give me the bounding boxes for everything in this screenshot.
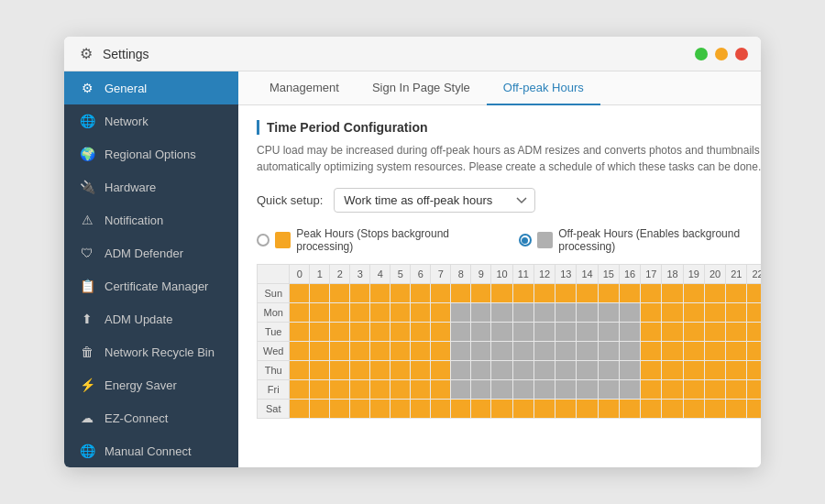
- cell-wed-5[interactable]: [390, 342, 411, 361]
- cell-wed-12[interactable]: [534, 342, 555, 361]
- cell-wed-22[interactable]: [747, 342, 761, 361]
- cell-tue-13[interactable]: [556, 323, 577, 342]
- cell-sun-0[interactable]: [290, 284, 310, 303]
- sidebar-item-general[interactable]: ⚙General: [64, 71, 238, 104]
- cell-thu-15[interactable]: [598, 361, 619, 380]
- cell-tue-2[interactable]: [330, 323, 350, 342]
- cell-sat-0[interactable]: [290, 400, 310, 419]
- cell-tue-12[interactable]: [534, 323, 555, 342]
- cell-tue-6[interactable]: [411, 323, 431, 342]
- cell-thu-10[interactable]: [491, 361, 512, 380]
- cell-mon-4[interactable]: [370, 303, 390, 323]
- cell-wed-20[interactable]: [704, 342, 725, 361]
- cell-fri-6[interactable]: [411, 380, 431, 400]
- cell-wed-10[interactable]: [491, 342, 512, 361]
- cell-sat-10[interactable]: [491, 400, 512, 419]
- cell-mon-19[interactable]: [683, 303, 704, 323]
- cell-thu-13[interactable]: [556, 361, 577, 380]
- cell-tue-4[interactable]: [370, 323, 390, 342]
- cell-tue-10[interactable]: [491, 323, 512, 342]
- peak-radio[interactable]: [257, 234, 270, 247]
- sidebar-item-cert-manager[interactable]: 📋Certificate Manager: [64, 269, 238, 302]
- maximize-button[interactable]: [695, 48, 708, 60]
- cell-fri-1[interactable]: [310, 380, 330, 400]
- cell-mon-16[interactable]: [619, 303, 640, 323]
- cell-tue-18[interactable]: [662, 323, 683, 342]
- cell-fri-22[interactable]: [747, 380, 761, 400]
- cell-sun-20[interactable]: [704, 284, 725, 303]
- cell-thu-19[interactable]: [683, 361, 704, 380]
- cell-thu-11[interactable]: [512, 361, 534, 380]
- cell-thu-3[interactable]: [350, 361, 370, 380]
- cell-thu-18[interactable]: [662, 361, 683, 380]
- cell-sat-8[interactable]: [451, 400, 471, 419]
- cell-wed-16[interactable]: [619, 342, 640, 361]
- cell-wed-13[interactable]: [556, 342, 577, 361]
- cell-wed-6[interactable]: [411, 342, 431, 361]
- cell-thu-17[interactable]: [641, 361, 662, 380]
- cell-mon-10[interactable]: [491, 303, 512, 323]
- cell-sat-22[interactable]: [747, 400, 761, 419]
- sidebar-item-adm-defender[interactable]: 🛡ADM Defender: [64, 236, 238, 269]
- cell-sat-12[interactable]: [534, 400, 555, 419]
- tab-off-peak-hours[interactable]: Off-peak Hours: [487, 71, 600, 105]
- cell-thu-7[interactable]: [431, 361, 451, 380]
- cell-sun-19[interactable]: [683, 284, 704, 303]
- cell-fri-20[interactable]: [704, 380, 725, 400]
- sidebar-item-adm-update[interactable]: ⬆ADM Update: [64, 302, 238, 335]
- cell-mon-14[interactable]: [577, 303, 598, 323]
- cell-wed-2[interactable]: [330, 342, 350, 361]
- cell-sun-3[interactable]: [350, 284, 370, 303]
- close-button[interactable]: [735, 48, 748, 60]
- cell-tue-11[interactable]: [512, 323, 534, 342]
- cell-sat-19[interactable]: [683, 400, 704, 419]
- cell-mon-11[interactable]: [512, 303, 534, 323]
- cell-sun-18[interactable]: [662, 284, 683, 303]
- cell-thu-22[interactable]: [747, 361, 761, 380]
- cell-tue-5[interactable]: [390, 323, 411, 342]
- cell-tue-3[interactable]: [350, 323, 370, 342]
- cell-tue-7[interactable]: [431, 323, 451, 342]
- cell-thu-6[interactable]: [411, 361, 431, 380]
- cell-mon-3[interactable]: [350, 303, 370, 323]
- cell-mon-8[interactable]: [451, 303, 471, 323]
- cell-tue-0[interactable]: [290, 323, 310, 342]
- quick-setup-select[interactable]: Work time as off-peak hoursNight time as…: [334, 188, 535, 213]
- cell-sat-17[interactable]: [641, 400, 662, 419]
- cell-tue-8[interactable]: [451, 323, 471, 342]
- cell-sat-21[interactable]: [726, 400, 747, 419]
- cell-fri-15[interactable]: [598, 380, 619, 400]
- cell-mon-22[interactable]: [747, 303, 761, 323]
- cell-sun-22[interactable]: [747, 284, 761, 303]
- cell-fri-12[interactable]: [534, 380, 555, 400]
- cell-fri-4[interactable]: [370, 380, 390, 400]
- cell-fri-3[interactable]: [350, 380, 370, 400]
- cell-sat-9[interactable]: [471, 400, 491, 419]
- cell-fri-11[interactable]: [512, 380, 534, 400]
- cell-mon-13[interactable]: [556, 303, 577, 323]
- cell-tue-16[interactable]: [619, 323, 640, 342]
- cell-sun-16[interactable]: [619, 284, 640, 303]
- cell-mon-1[interactable]: [310, 303, 330, 323]
- cell-tue-14[interactable]: [577, 323, 598, 342]
- cell-sat-11[interactable]: [512, 400, 534, 419]
- cell-sun-10[interactable]: [491, 284, 512, 303]
- cell-sun-21[interactable]: [726, 284, 747, 303]
- cell-sat-2[interactable]: [330, 400, 350, 419]
- cell-fri-0[interactable]: [290, 380, 310, 400]
- cell-wed-9[interactable]: [471, 342, 491, 361]
- cell-sun-6[interactable]: [411, 284, 431, 303]
- cell-mon-18[interactable]: [662, 303, 683, 323]
- sidebar-item-ez-connect[interactable]: ☁EZ-Connect: [64, 401, 238, 434]
- cell-sun-4[interactable]: [370, 284, 390, 303]
- cell-sat-7[interactable]: [431, 400, 451, 419]
- sidebar-item-network[interactable]: 🌐Network: [64, 104, 238, 137]
- cell-fri-10[interactable]: [491, 380, 512, 400]
- cell-mon-21[interactable]: [726, 303, 747, 323]
- cell-sat-13[interactable]: [556, 400, 577, 419]
- cell-fri-16[interactable]: [619, 380, 640, 400]
- cell-mon-5[interactable]: [390, 303, 411, 323]
- cell-thu-8[interactable]: [451, 361, 471, 380]
- cell-thu-21[interactable]: [726, 361, 747, 380]
- cell-sat-5[interactable]: [390, 400, 411, 419]
